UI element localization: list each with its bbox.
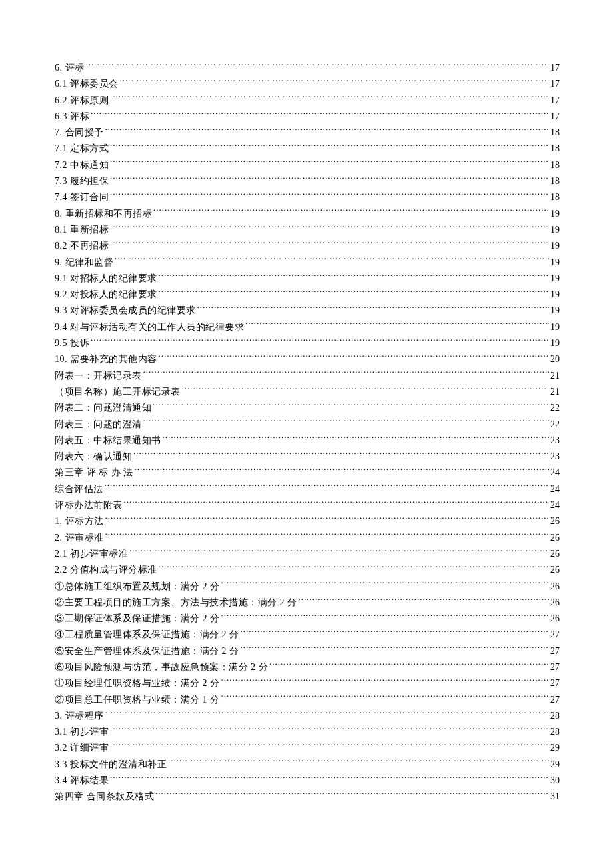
toc-entry: 2. 评审标准 26 [55, 530, 560, 546]
toc-entry: 第四章 合同条款及格式 31 [55, 789, 560, 805]
toc-entry-page: 28 [549, 708, 560, 724]
toc-entry-title: ④工程质量管理体系及保证措施：满分 2 分 [55, 627, 239, 643]
toc-leader-dots [103, 483, 550, 492]
toc-entry: ③工期保证体系及保证措施：满分 2 分 26 [55, 611, 560, 627]
toc-entry: ⑤安全生产管理体系及保证措施：满分 2 分 27 [55, 643, 560, 659]
toc-entry-page: 21 [549, 384, 560, 400]
toc-entry-title: 综合评估法 [55, 481, 103, 497]
toc-entry: ⑥项目风险预测与防范，事故应急预案：满分 2 分 27 [55, 659, 560, 675]
toc-entry-page: 26 [549, 562, 560, 578]
toc-entry-page: 18 [549, 125, 560, 141]
toc-entry-title: 7.1 定标方式 [55, 141, 109, 157]
toc-entry-page: 27 [549, 692, 560, 708]
toc-entry: 3.2 详细评审 29 [55, 740, 560, 756]
toc-leader-dots [89, 337, 549, 346]
toc-leader-dots [220, 612, 550, 621]
toc-entry-title: 3. 评标程序 [55, 708, 104, 724]
toc-entry-page: 19 [549, 335, 560, 351]
toc-entry-title: 9.3 对评标委员会成员的纪律要求 [55, 303, 196, 319]
toc-entry-title: 2.1 初步评审标准 [55, 546, 128, 562]
toc-entry-page: 22 [549, 417, 560, 433]
toc-entry-page: 24 [549, 497, 560, 513]
toc-entry-title: （项目名称）施工开标记录表 [55, 384, 181, 400]
toc-entry-title: 8.2 不再招标 [55, 238, 109, 254]
toc-entry: ①总体施工组织布置及规划：满分 2 分 26 [55, 579, 560, 595]
toc-entry-page: 19 [549, 222, 560, 238]
toc-entry-page: 17 [549, 93, 560, 109]
toc-entry-page: 18 [549, 173, 560, 189]
toc-leader-dots [154, 790, 549, 799]
toc-leader-dots [109, 142, 549, 151]
toc-entry-title: ①项目经理任职资格与业绩：满分 2 分 [55, 675, 220, 691]
toc-entry-title: 6.1 评标委员会 [55, 76, 119, 92]
toc-entry-title: 第三章 评 标 办 法 [55, 465, 133, 481]
toc-leader-dots [244, 321, 549, 330]
toc-entry-title: 7.3 履约担保 [55, 173, 109, 189]
toc-leader-dots [196, 304, 550, 313]
toc-leader-dots [109, 94, 549, 103]
toc-leader-dots [157, 272, 550, 281]
toc-entry: 3. 评标程序 28 [55, 708, 560, 724]
toc-entry: 8.1 重新招标 19 [55, 222, 560, 238]
toc-leader-dots [85, 61, 550, 71]
toc-leader-dots [109, 175, 549, 184]
toc-entry: 2.2 分值构成与评分标准 26 [55, 562, 560, 578]
toc-entry-page: 20 [549, 351, 560, 367]
toc-entry-title: ②项目总工任职资格与业绩：满分 1 分 [55, 692, 220, 708]
toc-entry-page: 18 [549, 189, 560, 205]
toc-leader-dots [142, 369, 550, 379]
toc-leader-dots [268, 661, 549, 670]
toc-entry: 8. 重新招标和不再招标 19 [55, 206, 560, 222]
toc-entry-title: 6.2 评标原则 [55, 93, 109, 109]
toc-entry-title: ⑥项目风险预测与防范，事故应急预案：满分 2 分 [55, 659, 268, 675]
toc-entry: 附表五：中标结果通知书 23 [55, 433, 560, 449]
toc-entry-page: 27 [549, 627, 560, 643]
toc-entry: 9.5 投诉 19 [55, 335, 560, 351]
toc-entry-title: 第四章 合同条款及格式 [55, 789, 154, 805]
toc-entry-title: 1. 评标方法 [55, 513, 104, 529]
toc-entry-title: 3.3 投标文件的澄清和补正 [55, 757, 167, 773]
toc-entry: 7.4 签订合同 18 [55, 189, 560, 205]
toc-leader-dots [157, 288, 550, 297]
toc-entry-page: 26 [549, 611, 560, 627]
toc-entry-page: 19 [549, 319, 560, 335]
toc-entry-page: 28 [549, 724, 560, 740]
toc-leader-dots [109, 741, 549, 751]
toc-entry-page: 18 [549, 157, 560, 173]
toc-entry: 6.2 评标原则 17 [55, 93, 560, 109]
toc-entry: 9.2 对投标人的纪律要求 19 [55, 287, 560, 303]
toc-entry-title: 附表一：开标记录表 [55, 368, 142, 384]
toc-leader-dots [109, 774, 549, 783]
toc-leader-dots [220, 580, 550, 589]
toc-leader-dots [109, 223, 549, 233]
toc-entry: 附表二：问题澄清通知 22 [55, 400, 560, 416]
toc-leader-dots [119, 77, 550, 87]
toc-entry-page: 24 [549, 465, 560, 481]
toc-entry-title: 7.4 签订合同 [55, 189, 109, 205]
toc-entry: ④工程质量管理体系及保证措施：满分 2 分 27 [55, 627, 560, 643]
toc-entry: 第三章 评 标 办 法 24 [55, 465, 560, 481]
toc-entry-page: 23 [549, 433, 560, 449]
toc-leader-dots [239, 628, 550, 637]
toc-entry: ②主要工程项目的施工方案、方法与技术措施：满分 2 分 26 [55, 595, 560, 611]
toc-entry-page: 26 [549, 595, 560, 611]
toc-entry: 3.4 评标结果 30 [55, 773, 560, 789]
toc-entry-title: 评标办法前附表 [55, 497, 123, 513]
toc-entry-title: 9.4 对与评标活动有关的工作人员的纪律要求 [55, 319, 244, 335]
toc-entry-title: 2. 评审标准 [55, 530, 104, 546]
toc-leader-dots [132, 450, 549, 459]
toc-entry: 2.1 初步评审标准 26 [55, 546, 560, 562]
toc-leader-dots [151, 401, 549, 411]
toc-entry-page: 19 [549, 238, 560, 254]
toc-entry-title: 7.2 中标通知 [55, 157, 109, 173]
toc-entry-page: 17 [549, 109, 560, 125]
toc-leader-dots [109, 725, 549, 735]
toc-entry: 8.2 不再招标 19 [55, 238, 560, 254]
toc-entry-page: 31 [549, 789, 560, 805]
toc-entry: 3.3 投标文件的澄清和补正 29 [55, 757, 560, 773]
toc-entry-page: 26 [549, 546, 560, 562]
toc-leader-dots [104, 126, 550, 135]
toc-entry-title: 8. 重新招标和不再招标 [55, 206, 152, 222]
toc-entry: 7.1 定标方式 18 [55, 141, 560, 157]
toc-entry-title: 附表三：问题的澄清 [55, 417, 142, 433]
